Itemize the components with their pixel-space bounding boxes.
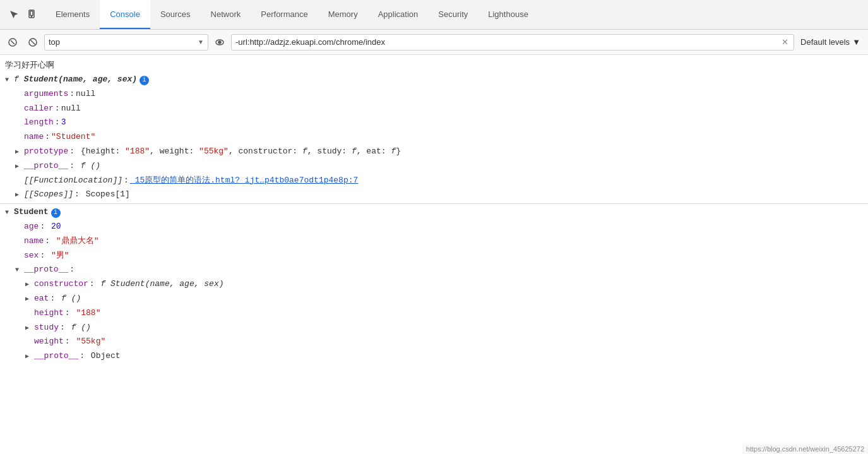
student-proto-constructor: constructor: f Student(name, age, sex) bbox=[0, 277, 868, 292]
svg-point-8 bbox=[218, 41, 221, 44]
eye-icon[interactable] bbox=[211, 33, 229, 51]
expand-student-proto[interactable] bbox=[15, 265, 23, 275]
student-func-header: f Student(name, age, sex) i bbox=[0, 73, 868, 87]
student-proto-weight: weight: "55kg" bbox=[0, 335, 868, 349]
tab-memory[interactable]: Memory bbox=[318, 0, 368, 29]
expand-student-obj[interactable] bbox=[5, 208, 13, 218]
student-proto-height: height: "188" bbox=[0, 306, 868, 321]
levels-arrow-icon: ▼ bbox=[852, 37, 860, 47]
student-prop-sex: sex: "男" bbox=[0, 249, 868, 263]
prop-caller: caller: null bbox=[0, 102, 868, 116]
prop-name: name: "Student" bbox=[0, 130, 868, 145]
filter-clear-button[interactable]: ✕ bbox=[780, 37, 790, 47]
prop-prototype: prototype: {height: "188", weight: "55kg… bbox=[0, 145, 868, 159]
expand-study[interactable] bbox=[25, 323, 33, 333]
student-proto-study: study: f () bbox=[0, 321, 868, 335]
chevron-down-icon: ▼ bbox=[198, 39, 204, 45]
console-text-output: 学习好开心啊 bbox=[0, 57, 868, 73]
prop-scopes: [[Scopes]]: Scopes[1] bbox=[0, 188, 868, 202]
cursor-icon[interactable] bbox=[5, 6, 23, 23]
function-location-link[interactable]: 15原型的简单的语法.html?_ijt…p4tb0ae7odt1p4e8p:7 bbox=[130, 174, 358, 188]
expand-eat[interactable] bbox=[25, 294, 33, 304]
student-prop-name: name: "鼎鼎大名" bbox=[0, 234, 868, 249]
expand-scopes[interactable] bbox=[15, 190, 23, 200]
student-function-tree: f Student(name, age, sex) i arguments: n… bbox=[0, 73, 868, 202]
tab-elements[interactable]: Elements bbox=[45, 0, 100, 29]
svg-line-6 bbox=[31, 40, 35, 44]
console-content: 学习好开心啊 f Student(name, age, sex) i argum… bbox=[0, 55, 868, 454]
student-prop-age: age: 20 bbox=[0, 220, 868, 234]
tab-network[interactable]: Network bbox=[201, 0, 251, 29]
prop-arguments: arguments: null bbox=[0, 87, 868, 102]
info-icon-student-func[interactable]: i bbox=[140, 76, 149, 85]
filter-input-wrapper[interactable]: ✕ bbox=[231, 34, 794, 51]
console-toolbar: top ▼ ✕ Default levels ▼ bbox=[0, 30, 868, 55]
icon-group bbox=[0, 0, 45, 29]
student-proto-eat: eat: f () bbox=[0, 292, 868, 306]
expand-prototype[interactable] bbox=[15, 147, 23, 157]
info-icon-student-obj[interactable]: i bbox=[51, 208, 61, 218]
tab-security[interactable]: Security bbox=[428, 0, 478, 29]
block-icon[interactable] bbox=[24, 33, 42, 51]
tab-sources[interactable]: Sources bbox=[150, 0, 201, 29]
tab-application[interactable]: Application bbox=[368, 0, 429, 29]
filter-input[interactable] bbox=[235, 37, 778, 47]
devtools-tab-bar: Elements Console Sources Network Perform… bbox=[0, 0, 868, 30]
prop-length: length: 3 bbox=[0, 116, 868, 130]
svg-rect-1 bbox=[30, 11, 33, 16]
expand-constructor[interactable] bbox=[25, 280, 33, 290]
context-selector[interactable]: top ▼ bbox=[44, 34, 208, 51]
bottom-url-bar: https://blog.csdn.net/weixin_45625272 bbox=[742, 444, 868, 454]
student-object-tree: Student i age: 20 name: "鼎鼎大名" sex: "男" … bbox=[0, 205, 868, 364]
svg-line-4 bbox=[11, 40, 15, 44]
tab-console[interactable]: Console bbox=[100, 0, 150, 29]
device-icon[interactable] bbox=[23, 6, 40, 23]
section-divider bbox=[0, 203, 868, 204]
student-obj-header: Student i bbox=[0, 205, 868, 220]
prop-proto-func: __proto__: f () bbox=[0, 159, 868, 174]
clear-console-button[interactable] bbox=[4, 33, 21, 51]
svg-point-2 bbox=[31, 16, 32, 16]
expand-proto-proto[interactable] bbox=[25, 352, 33, 362]
expand-student-func[interactable] bbox=[5, 75, 13, 85]
tab-performance[interactable]: Performance bbox=[251, 0, 318, 29]
expand-proto-func[interactable] bbox=[15, 162, 23, 172]
student-proto-proto: __proto__: Object bbox=[0, 349, 868, 364]
levels-button[interactable]: Default levels ▼ bbox=[797, 34, 864, 51]
prop-function-location: [[FunctionLocation]]: 15原型的简单的语法.html?_i… bbox=[0, 174, 868, 188]
tab-lighthouse[interactable]: Lighthouse bbox=[478, 0, 538, 29]
student-proto-expanded: __proto__: bbox=[0, 263, 868, 277]
context-label: top bbox=[49, 37, 195, 47]
